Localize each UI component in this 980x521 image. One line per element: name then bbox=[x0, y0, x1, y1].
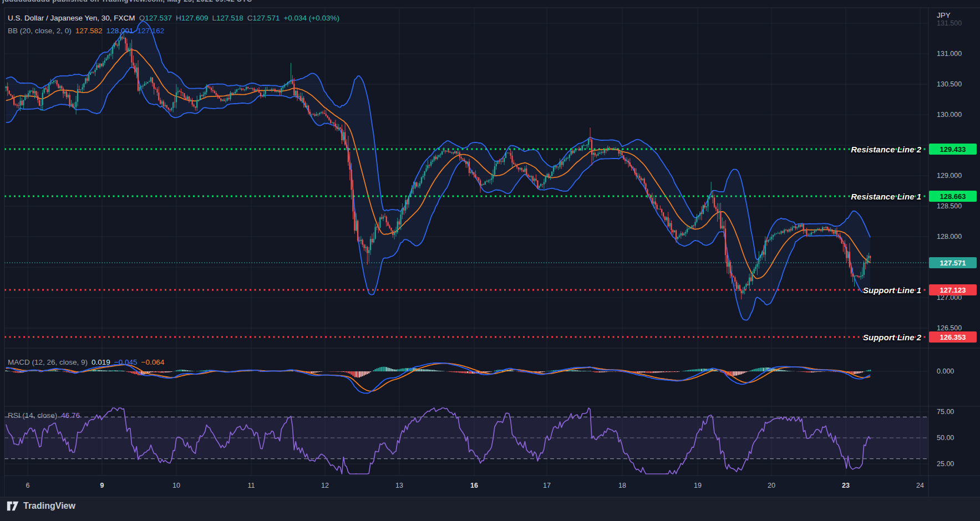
ohlc-close: C127.571 bbox=[247, 14, 280, 22]
price-change: +0.034 (+0.03%) bbox=[283, 14, 339, 22]
price-tick-25.00: 25.00 bbox=[937, 460, 954, 468]
ohlc-close-label: C bbox=[247, 14, 253, 22]
ohlc-close-value: 127.571 bbox=[253, 14, 280, 22]
time-tick-24: 24 bbox=[903, 482, 937, 489]
time-tick-13: 13 bbox=[383, 482, 416, 489]
published-caption: jdddddddddd published on TradingView.com… bbox=[2, 0, 252, 3]
ohlc-open: O127.537 bbox=[139, 14, 172, 22]
rsi-value: 46.76 bbox=[61, 411, 80, 420]
ohlc-low-label: L bbox=[212, 14, 217, 22]
bb-legend[interactable]: BB (20, close, 2, 0) 127.582 128.001 127… bbox=[8, 27, 164, 35]
tradingview-logo[interactable]: TradingView bbox=[7, 500, 75, 512]
macd-signal-value: −0.064 bbox=[141, 358, 165, 366]
rsi-legend[interactable]: RSI (14, close) 46.76 bbox=[8, 411, 80, 420]
time-tick-19: 19 bbox=[681, 482, 714, 489]
macd-legend[interactable]: MACD (12, 26, close, 9) 0.019 −0.045 −0.… bbox=[8, 358, 164, 366]
time-tick-23: 23 bbox=[829, 482, 862, 489]
macd-hist-value: 0.019 bbox=[92, 358, 110, 366]
ohlc-low: L127.518 bbox=[212, 14, 243, 22]
time-tick-18: 18 bbox=[606, 482, 639, 489]
price-tick-50.00: 50.00 bbox=[937, 434, 954, 442]
time-tick-16: 16 bbox=[458, 482, 491, 489]
price-tick-129.000: 129.000 bbox=[937, 172, 962, 180]
rsi-label: RSI (14, close) bbox=[8, 411, 57, 420]
price-tick-128.000: 128.000 bbox=[937, 233, 962, 241]
ohlc-high-label: H bbox=[176, 14, 181, 22]
tradingview-brand-text: TradingView bbox=[23, 501, 75, 511]
tradingview-logo-icon bbox=[7, 500, 19, 512]
price-tick-131.000: 131.000 bbox=[937, 50, 962, 58]
macd-label: MACD (12, 26, close, 9) bbox=[8, 358, 88, 366]
ohlc-high-value: 127.609 bbox=[181, 14, 209, 22]
price-tick-131.500: 131.500 bbox=[937, 19, 962, 27]
time-tick-12: 12 bbox=[308, 482, 342, 489]
bb-lower-value: 127.162 bbox=[137, 27, 164, 35]
price-badge-129.433: 129.433 bbox=[929, 144, 977, 155]
symbol-title: U.S. Dollar / Japanese Yen, 30, FXCM bbox=[8, 14, 135, 22]
price-tick-75.00: 75.00 bbox=[937, 408, 954, 416]
tradingview-published-chart: jdddddddddd published on TradingView.com… bbox=[0, 0, 980, 521]
ohlc-high: H127.609 bbox=[176, 14, 209, 22]
symbol-legend[interactable]: U.S. Dollar / Japanese Yen, 30, FXCM O12… bbox=[8, 14, 339, 22]
time-tick-6: 6 bbox=[11, 482, 44, 489]
time-scale[interactable]: 691011121316171819202324 bbox=[0, 476, 928, 497]
currency-label: JPY bbox=[937, 11, 951, 19]
time-tick-9: 9 bbox=[85, 482, 119, 489]
price-tick-0.000: 0.000 bbox=[937, 367, 954, 375]
price-badge-127.571: 127.571 bbox=[929, 257, 977, 268]
ohlc-low-value: 127.518 bbox=[216, 14, 243, 22]
price-badge-128.663: 128.663 bbox=[929, 191, 977, 202]
bb-upper-value: 128.001 bbox=[106, 27, 134, 35]
price-badge-127.123: 127.123 bbox=[929, 284, 977, 295]
time-tick-17: 17 bbox=[530, 482, 563, 489]
price-tick-128.500: 128.500 bbox=[937, 202, 962, 210]
price-tick-130.000: 130.000 bbox=[937, 111, 962, 119]
time-tick-20: 20 bbox=[755, 482, 788, 489]
price-tick-130.500: 130.500 bbox=[937, 80, 962, 88]
macd-line-value: −0.045 bbox=[114, 358, 138, 366]
price-scale[interactable]: JPY 131.500131.000130.500130.000129.0001… bbox=[928, 0, 980, 497]
chart-canvas[interactable] bbox=[0, 0, 980, 521]
price-tick-126.500: 126.500 bbox=[937, 324, 962, 332]
time-tick-10: 10 bbox=[160, 482, 193, 489]
price-badge-126.353: 126.353 bbox=[929, 331, 977, 343]
bb-basis-value: 127.582 bbox=[75, 27, 103, 35]
time-tick-11: 11 bbox=[235, 482, 268, 489]
ohlc-open-value: 127.537 bbox=[145, 14, 172, 22]
ohlc-open-label: O bbox=[139, 14, 145, 22]
bb-label: BB (20, close, 2, 0) bbox=[8, 27, 72, 35]
